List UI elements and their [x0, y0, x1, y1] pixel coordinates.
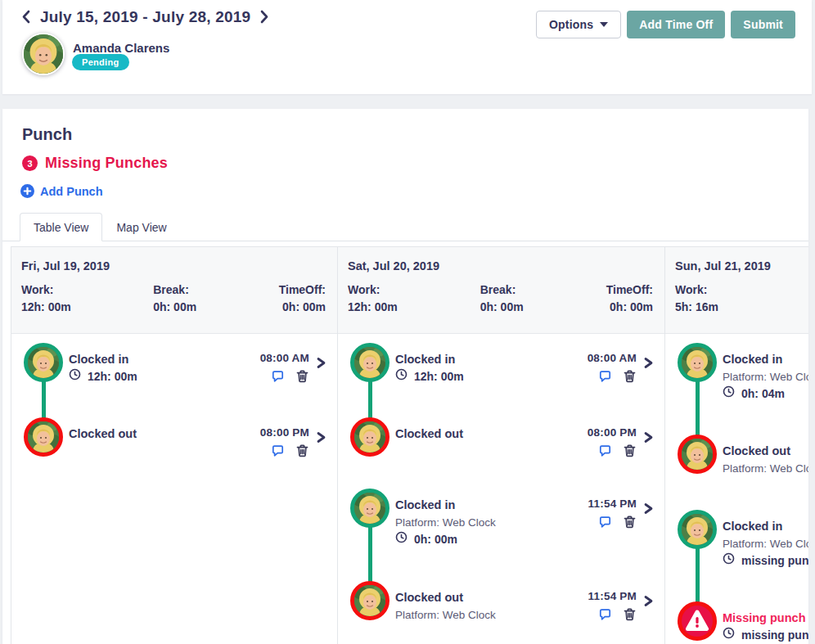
- punch-entry-duration: missing punch: [723, 552, 808, 570]
- missing-count-badge: 3: [22, 155, 38, 171]
- punch-entry-duration: 0h: 00m: [395, 531, 582, 548]
- status-badge: Pending: [72, 54, 129, 70]
- punch-entry[interactable]: Clocked out 08:00 PM: [11, 417, 337, 457]
- summary-stat: Work: 12h: 00m: [348, 281, 398, 316]
- punch-entry-time: 08:00 AM: [260, 352, 309, 365]
- clock-icon-slot: [723, 552, 735, 570]
- summary-stat-value: 0h: 00m: [480, 299, 524, 316]
- comment-icon: [271, 444, 285, 457]
- punch-entry-actions: [260, 444, 309, 457]
- clock-icon-slot: [395, 531, 408, 548]
- delete-button[interactable]: [623, 444, 637, 457]
- summary-stat-value: 0h: 00m: [606, 299, 653, 316]
- user-avatar-photo: [682, 439, 713, 470]
- view-tabs: Table ViewMap View: [2, 213, 808, 241]
- punch-entry-duration: 0h: 04m: [723, 385, 808, 403]
- comment-button[interactable]: [598, 444, 612, 457]
- punch-entry-title: Clocked in: [723, 518, 808, 535]
- chevron-right-icon: [315, 430, 326, 444]
- add-punch-button[interactable]: Add Punch: [20, 184, 103, 198]
- punch-entry[interactable]: Clocked in Platform: Web Clock missing p…: [665, 510, 808, 570]
- punch-entry-duration-text: 12h: 00m: [88, 368, 137, 385]
- punch-entry[interactable]: Clocked out 08:00 PM: [338, 417, 664, 457]
- punch-entry-title: Clocked out: [69, 426, 254, 443]
- punch-table: Fri, Jul 19, 2019 Work: 12h: 00m Break: …: [11, 246, 808, 644]
- punch-entry-details: Clocked in Platform: Web Clock 0h: 04m: [723, 343, 808, 403]
- comment-button[interactable]: [598, 607, 612, 621]
- punch-avatar: [678, 510, 717, 549]
- clock-icon: [723, 552, 735, 565]
- entry-detail-button[interactable]: [642, 356, 654, 370]
- punch-entry-time: 08:00 PM: [588, 426, 637, 439]
- punch-card: Punch 3 Missing Punches Add Punch Table …: [2, 109, 808, 644]
- day-summary: Work: 5h: 16m: [675, 281, 808, 316]
- punch-entry[interactable]: Missing punch missing punch: [665, 601, 808, 644]
- comment-button[interactable]: [271, 369, 285, 383]
- day-date-label: Sun, Jul 21, 2019: [675, 259, 808, 272]
- delete-button[interactable]: [295, 369, 309, 383]
- date-range-navigation: July 15, 2019 - July 28, 2019: [19, 7, 272, 26]
- punch-entry[interactable]: Clocked in Platform: Web Clock 0h: 04m: [665, 343, 808, 403]
- user-avatar-photo: [682, 347, 713, 378]
- punch-entry-details: Clocked in Platform: Web Clock 0h: 00m: [395, 489, 582, 548]
- tab-table-view[interactable]: Table View: [20, 213, 102, 241]
- clock-icon: [723, 385, 735, 398]
- comment-button[interactable]: [598, 515, 612, 529]
- submit-label: Submit: [743, 18, 783, 31]
- summary-stat-value: 5h: 16m: [675, 299, 718, 316]
- punch-entry-right: 08:00 AM: [588, 343, 637, 383]
- punch-entry-details: Clocked in 12h: 00m: [395, 343, 581, 385]
- punch-avatar: [350, 343, 389, 382]
- day-summary: Work: 12h: 00m Break: 0h: 00m TimeOff: 0…: [348, 281, 653, 316]
- punch-entry[interactable]: Clocked in Platform: Web Clock 0h: 00m 1…: [338, 489, 664, 548]
- prev-period-button[interactable]: [19, 7, 33, 26]
- day-column: Fri, Jul 19, 2019 Work: 12h: 00m Break: …: [11, 246, 338, 644]
- delete-button[interactable]: [623, 369, 637, 383]
- comment-icon: [598, 444, 612, 457]
- day-timeline: Clocked in Platform: Web Clock 0h: 04m: [665, 334, 808, 644]
- entry-detail-button[interactable]: [642, 594, 654, 608]
- chevron-right-icon: [259, 9, 270, 25]
- day-date-label: Fri, Jul 19, 2019: [21, 259, 326, 272]
- options-button[interactable]: Options: [536, 11, 621, 38]
- punch-avatar: [350, 489, 389, 528]
- summary-stat-value: 0h: 00m: [153, 299, 196, 316]
- user-avatar-photo: [354, 347, 385, 378]
- punch-entry-details: Clocked out: [69, 417, 254, 443]
- punch-entry[interactable]: Clocked out Platform: Web Clock: [665, 435, 808, 477]
- entry-detail-button[interactable]: [315, 356, 326, 370]
- add-time-off-label: Add Time Off: [639, 18, 713, 31]
- summary-stat-label: Break:: [480, 281, 524, 299]
- punch-entry[interactable]: Clocked out Platform: Web Clock 11:54 PM: [338, 581, 664, 624]
- tab-map-view[interactable]: Map View: [102, 213, 180, 241]
- summary-stat-value: 12h: 00m: [348, 299, 398, 316]
- punch-entry[interactable]: Clocked in 12h: 00m 08:00 AM: [11, 343, 337, 385]
- clock-icon: [723, 627, 735, 639]
- comment-button[interactable]: [598, 369, 612, 383]
- punch-entry-title: Clocked in: [395, 351, 581, 368]
- submit-button[interactable]: Submit: [731, 11, 795, 38]
- entry-detail-button[interactable]: [642, 502, 654, 516]
- delete-button[interactable]: [295, 444, 309, 457]
- summary-stat: TimeOff: 0h: 00m: [279, 281, 326, 316]
- summary-stat-label: TimeOff:: [279, 281, 326, 299]
- punch-entry[interactable]: Clocked in 12h: 00m 08:00 AM: [338, 343, 664, 385]
- delete-button[interactable]: [623, 607, 637, 621]
- missing-punch-warning-avatar: [678, 601, 717, 641]
- add-time-off-button[interactable]: Add Time Off: [627, 11, 725, 38]
- user-avatar-photo: [354, 421, 385, 453]
- punch-entry-duration-text: 12h: 00m: [414, 368, 464, 385]
- chevron-left-icon: [20, 9, 31, 25]
- comment-button[interactable]: [271, 444, 285, 457]
- punch-entry-time: 11:54 PM: [588, 498, 637, 511]
- delete-button[interactable]: [623, 515, 637, 529]
- entry-detail-button[interactable]: [315, 430, 326, 444]
- options-button-label: Options: [549, 18, 593, 31]
- punch-entry-actions: [588, 515, 637, 529]
- trash-icon: [623, 444, 637, 457]
- next-period-button[interactable]: [258, 7, 272, 26]
- comment-icon: [271, 369, 285, 383]
- summary-stat: Break: 0h: 00m: [480, 281, 524, 316]
- entry-detail-button[interactable]: [642, 430, 654, 444]
- clock-icon-slot: [69, 368, 81, 385]
